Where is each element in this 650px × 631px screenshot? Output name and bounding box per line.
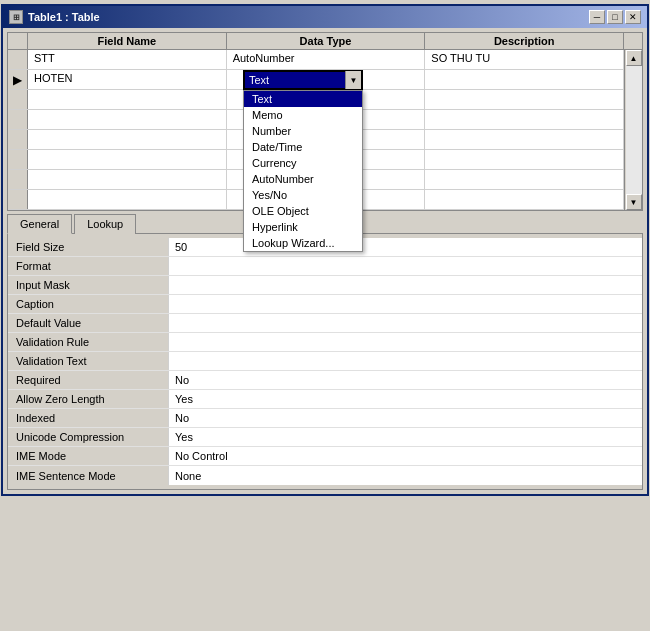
cell-description[interactable] [425, 90, 624, 109]
scroll-up-button[interactable]: ▲ [626, 50, 642, 66]
grid-header: Field Name Data Type Description [8, 33, 642, 50]
prop-row-validation-rule: Validation Rule [8, 333, 642, 352]
cell-field-name[interactable] [28, 150, 227, 169]
prop-value-caption[interactable] [168, 295, 642, 313]
row-indicator [8, 190, 28, 209]
prop-value-ime-sentence-mode[interactable]: None [168, 466, 642, 485]
row-indicator [8, 150, 28, 169]
main-window: ⊞ Table1 : Table ─ □ ✕ Field Name Data T… [1, 4, 649, 496]
prop-value-field-size[interactable]: 50 [168, 238, 642, 256]
prop-label-ime-mode: IME Mode [8, 447, 168, 465]
cell-description[interactable] [425, 170, 624, 189]
prop-row-required: Required No [8, 371, 642, 390]
properties-body: Field Size 50 Format Input Mask Caption … [7, 233, 643, 490]
dropdown-item[interactable]: Date/Time [244, 139, 362, 155]
prop-value-required[interactable]: No [168, 371, 642, 389]
cell-data-type[interactable]: AutoNumber [227, 50, 426, 69]
current-row-arrow: ▶ [13, 73, 22, 87]
header-description: Description [425, 33, 624, 49]
prop-label-required: Required [8, 371, 168, 389]
dropdown-item[interactable]: Currency [244, 155, 362, 171]
cell-field-name[interactable]: STT [28, 50, 227, 69]
titlebar-buttons: ─ □ ✕ [589, 10, 641, 24]
grid-body: STT AutoNumber SO THU TU ▶ HOTEN [8, 50, 642, 210]
scroll-down-button[interactable]: ▼ [626, 194, 642, 210]
prop-value-default-value[interactable] [168, 314, 642, 332]
prop-value-input-mask[interactable] [168, 276, 642, 294]
prop-label-validation-rule: Validation Rule [8, 333, 168, 351]
datatype-dropdown[interactable]: Text ▼ Text Memo Number Date/Time Curren… [243, 70, 363, 252]
table-section: Field Name Data Type Description STT Aut… [7, 32, 643, 211]
dropdown-item[interactable]: Memo [244, 107, 362, 123]
maximize-button[interactable]: □ [607, 10, 623, 24]
dropdown-input-row[interactable]: Text ▼ [243, 70, 363, 90]
dropdown-item[interactable]: Text [244, 91, 362, 107]
prop-row-format: Format [8, 257, 642, 276]
table-scrollbar[interactable]: ▲ ▼ [624, 50, 642, 210]
dropdown-arrow-button[interactable]: ▼ [345, 71, 361, 89]
prop-row-unicode-compression: Unicode Compression Yes [8, 428, 642, 447]
window-icon: ⊞ [9, 10, 23, 24]
row-indicator-current: ▶ [8, 70, 28, 89]
close-button[interactable]: ✕ [625, 10, 641, 24]
prop-label-format: Format [8, 257, 168, 275]
row-indicator [8, 170, 28, 189]
prop-row-allow-zero-length: Allow Zero Length Yes [8, 390, 642, 409]
cell-field-name[interactable] [28, 170, 227, 189]
dropdown-current-value[interactable]: Text [245, 72, 345, 88]
prop-label-indexed: Indexed [8, 409, 168, 427]
header-field-name: Field Name [28, 33, 227, 49]
prop-label-input-mask: Input Mask [8, 276, 168, 294]
tab-lookup[interactable]: Lookup [74, 214, 136, 234]
header-indicator [8, 33, 28, 49]
dropdown-item[interactable]: OLE Object [244, 203, 362, 219]
prop-row-input-mask: Input Mask [8, 276, 642, 295]
prop-label-ime-sentence-mode: IME Sentence Mode [8, 466, 168, 485]
dropdown-item[interactable]: Number [244, 123, 362, 139]
prop-row-caption: Caption [8, 295, 642, 314]
dropdown-item[interactable]: AutoNumber [244, 171, 362, 187]
prop-label-default-value: Default Value [8, 314, 168, 332]
dropdown-list[interactable]: Text Memo Number Date/Time Currency Auto… [243, 90, 363, 252]
prop-label-validation-text: Validation Text [8, 352, 168, 370]
header-data-type: Data Type [227, 33, 426, 49]
cell-description[interactable] [425, 190, 624, 209]
cell-field-name[interactable] [28, 190, 227, 209]
titlebar-left: ⊞ Table1 : Table [9, 10, 100, 24]
scroll-track[interactable] [626, 66, 642, 194]
cell-description[interactable] [425, 110, 624, 129]
dropdown-item[interactable]: Hyperlink [244, 219, 362, 235]
prop-value-format[interactable] [168, 257, 642, 275]
prop-row-default-value: Default Value [8, 314, 642, 333]
row-indicator [8, 110, 28, 129]
prop-value-allow-zero-length[interactable]: Yes [168, 390, 642, 408]
prop-value-validation-rule[interactable] [168, 333, 642, 351]
prop-value-unicode-compression[interactable]: Yes [168, 428, 642, 446]
cell-description[interactable] [425, 150, 624, 169]
minimize-button[interactable]: ─ [589, 10, 605, 24]
prop-value-indexed[interactable]: No [168, 409, 642, 427]
prop-row-ime-sentence-mode: IME Sentence Mode None [8, 466, 642, 485]
row-indicator [8, 50, 28, 69]
row-indicator [8, 90, 28, 109]
titlebar: ⊞ Table1 : Table ─ □ ✕ [3, 6, 647, 28]
tab-general[interactable]: General [7, 214, 72, 234]
prop-value-validation-text[interactable] [168, 352, 642, 370]
properties-section: General Lookup Field Size 50 Format Inpu… [7, 213, 643, 490]
cell-field-name-hoten[interactable]: HOTEN [28, 70, 227, 89]
table-row[interactable]: STT AutoNumber SO THU TU [8, 50, 642, 70]
cell-field-name[interactable] [28, 130, 227, 149]
window-title: Table1 : Table [28, 11, 100, 23]
cell-field-name[interactable] [28, 110, 227, 129]
cell-description[interactable] [425, 130, 624, 149]
cell-field-name[interactable] [28, 90, 227, 109]
dropdown-item[interactable]: Lookup Wizard... [244, 235, 362, 251]
header-scroll [624, 33, 642, 49]
prop-label-unicode-compression: Unicode Compression [8, 428, 168, 446]
cell-description[interactable]: SO THU TU [425, 50, 624, 69]
dropdown-item[interactable]: Yes/No [244, 187, 362, 203]
row-indicator [8, 130, 28, 149]
prop-value-ime-mode[interactable]: No Control [168, 447, 642, 465]
cell-description-hoten[interactable] [425, 70, 624, 89]
prop-row-indexed: Indexed No [8, 409, 642, 428]
